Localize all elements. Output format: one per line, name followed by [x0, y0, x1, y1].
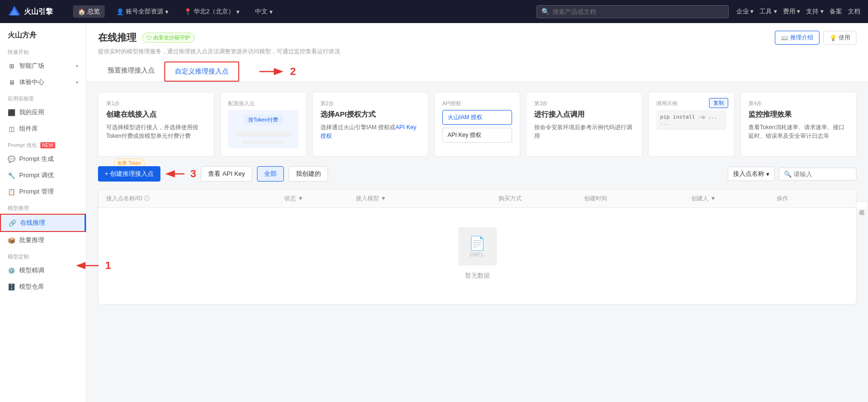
account-dropdown[interactable]: 👤 账号全部资源 ▾ — [112, 5, 172, 18]
nav-tools[interactable]: 工具 ▾ — [759, 7, 777, 16]
search-input[interactable] — [537, 5, 729, 18]
logo: 火山引擎 — [8, 5, 65, 18]
create-endpoint-button[interactable]: + 创建推理接入点 — [98, 166, 160, 182]
region-dropdown[interactable]: 📍 华北2（北京） ▾ — [180, 5, 244, 18]
sidebar-item-batch-inference[interactable]: 📦 批量推理 — [0, 232, 86, 248]
step1-preview-label: 配置接入点 — [228, 100, 298, 107]
step2-title: 选择API授权方式 — [320, 110, 420, 119]
view-api-key-button[interactable]: 查看 API Key — [201, 166, 252, 182]
endpoint-name-filter[interactable]: 接入点名称 ▾ — [728, 167, 775, 181]
table-body: 📄 EMP1- 暂无数据 — [98, 208, 856, 304]
sidebar-item-online-inference[interactable]: 🔗 在线推理 — [0, 214, 86, 232]
step-card-3-preview: 调用示例 复制 pip install -u ... ... — [648, 92, 734, 157]
new-badge: NEW — [40, 142, 55, 148]
col-model: 接入模型 ▼ — [356, 195, 499, 203]
sidebar-item-prompt-generate[interactable]: 💬 Prompt 生成 — [0, 151, 86, 167]
account-label: 账号全部资源 — [126, 7, 163, 16]
sidebar-item-experience-center[interactable]: 🖥 体验中心 ▾ — [0, 74, 86, 90]
annotation-3: 3 — [190, 168, 196, 180]
step1-preview-image: 按Token付费 — [228, 110, 298, 148]
empty-text: 暂无数据 — [118, 271, 837, 280]
sidebar-label-prompt-manage: Prompt 管理 — [19, 187, 54, 196]
step-card-3: 第3步 进行接入点调用 按命令安装环境后参考示例代码进行调用 — [526, 92, 642, 157]
account-arrow: ▾ — [165, 8, 169, 15]
language-arrow: ▾ — [269, 8, 273, 15]
step4-title: 监控推理效果 — [748, 110, 848, 119]
sidebar-label-apps: 我的应用 — [19, 108, 44, 117]
manage-icon: 📋 — [8, 188, 15, 195]
toolbar: 免费 Token + 创建推理接入点 3 — [98, 166, 856, 182]
col-creator: 创建人 ▼ — [691, 195, 777, 203]
sidebar-label-prompt-tune: Prompt 调优 — [19, 171, 54, 180]
annotation-3-area: 3 — [165, 168, 196, 180]
logo-text: 火山引擎 — [24, 7, 53, 16]
section-prompt: Prompt 优化 NEW — [0, 137, 86, 151]
annotation-2: 2 — [290, 65, 296, 78]
book-icon: 📖 — [781, 35, 788, 41]
search-area: 🔍 — [537, 5, 729, 18]
tab-preset-inference[interactable]: 预置推理接入点 — [98, 61, 164, 82]
sidebar-item-intelligent-plaza[interactable]: ⊞ 智能广场 ▾ — [0, 58, 86, 74]
nav-support[interactable]: 支持 ▾ — [806, 7, 824, 16]
sidebar-item-prompt-manage[interactable]: 📋 Prompt 管理 — [0, 183, 86, 200]
sidebar-item-prompt-tune[interactable]: 🔧 Prompt 调优 — [0, 167, 86, 183]
monitor-icon: 🖥 — [8, 78, 15, 86]
empty-image: 📄 EMP1- — [458, 227, 497, 266]
page-header: 在线推理 🛡 由安全沙箱守护 📖 推理介绍 💡 使用 — [86, 23, 868, 82]
filter-mine-button[interactable]: 我创建的 — [289, 166, 328, 182]
content-area: 第1步 创建在线接入点 可选择模型进行接入，并选择使用按Token付费或按模型单… — [86, 82, 868, 314]
nav-cost[interactable]: 费用 ▾ — [783, 7, 801, 16]
sidebar-label-component: 组件库 — [19, 124, 38, 133]
security-badge: 🛡 由安全沙箱守护 — [142, 33, 195, 43]
nav-enterprise[interactable]: 企业 ▾ — [736, 7, 754, 16]
sidebar-label-warehouse: 模型仓库 — [19, 282, 44, 291]
section-model-inference: 模型推理 — [0, 200, 86, 214]
step2-label: 第2步 — [320, 100, 420, 107]
copy-button[interactable]: 复制 — [709, 98, 728, 108]
tab-custom-inference[interactable]: 自定义推理接入点 2 — [164, 61, 239, 82]
api-key-link[interactable]: API Key授权 — [320, 124, 416, 139]
tab-bar: 预置推理接入点 自定义推理接入点 — [98, 61, 856, 82]
step4-label: 第4步 — [748, 100, 848, 107]
toolbar-right: 接入点名称 ▾ 🔍 — [728, 167, 856, 181]
sidebar-item-my-apps[interactable]: ⬛ 我的应用 — [0, 104, 86, 121]
online-icon: 🔗 — [9, 219, 16, 227]
page-subtitle: 提供实时的模型推理服务，通过推理接入点灵活调整资源并访问模型，可通过监控查看运行… — [98, 48, 856, 56]
empty-state: 📄 EMP1- 暂无数据 — [98, 208, 856, 299]
arrow2-svg — [259, 67, 288, 76]
section-model-customize: 模型定制 — [0, 248, 86, 262]
arrow3-svg — [165, 169, 189, 179]
section-app-lab: 应用实验室 — [0, 90, 86, 104]
sidebar-item-model-finetune[interactable]: ⚙️ 模型精调 — [0, 262, 86, 279]
right-collapse-panel[interactable]: 收起 — [856, 201, 868, 210]
apikey-option[interactable]: API Key 授权 — [442, 128, 513, 143]
home-tab-label: 总览 — [87, 7, 100, 16]
sidebar-item-model-warehouse[interactable]: 🗄️ 模型仓库 — [0, 279, 86, 295]
batch-icon: 📦 — [8, 236, 15, 244]
finetune-icon: ⚙️ — [8, 267, 15, 274]
nav-docs[interactable]: 文档 — [848, 7, 860, 16]
page-title-row: 在线推理 🛡 由安全沙箱守护 📖 推理介绍 💡 使用 — [98, 31, 856, 45]
language-dropdown[interactable]: 中文 ▾ — [251, 5, 277, 18]
step1-title: 创建在线接入点 — [106, 110, 206, 119]
chevron-down-icon: ▾ — [76, 63, 78, 69]
step-card-1: 第1步 创建在线接入点 可选择模型进行接入，并选择使用按Token付费或按模型单… — [98, 92, 214, 157]
use-button[interactable]: 💡 使用 — [823, 31, 856, 45]
logo-icon — [8, 5, 21, 18]
step4-desc: 查看Token消耗速率、请求速率、接口延时、错误率及安全审计日志等 — [748, 123, 848, 140]
section-quick-start: 快速开始 — [0, 44, 86, 58]
nav-register[interactable]: 备案 — [830, 7, 842, 16]
sidebar-label-experience: 体验中心 — [19, 78, 44, 86]
step-card-1-preview: 配置接入点 按Token付费 — [220, 92, 306, 157]
home-tab[interactable]: 🏠 总览 — [73, 5, 105, 18]
intro-button[interactable]: 📖 推理介绍 — [775, 31, 819, 45]
step1-desc: 可选择模型进行接入，并选择使用按Token付费或按模型单元付费计费 — [106, 123, 206, 140]
filter-all-button[interactable]: 全部 — [257, 166, 284, 182]
sidebar-item-component-library[interactable]: ◫ 组件库 — [0, 121, 86, 137]
main-layout: 火山方舟 快速开始 ⊞ 智能广场 ▾ 🖥 体验中心 ▾ 应用实验室 ⬛ 我的应用… — [0, 23, 868, 402]
sidebar-label-batch: 批量推理 — [19, 236, 44, 244]
page-title: 在线推理 — [98, 31, 136, 44]
endpoint-search-input[interactable] — [794, 171, 851, 178]
iam-option[interactable]: 火山IAM 授权 — [442, 110, 513, 125]
col-actions: 操作 — [777, 195, 848, 203]
